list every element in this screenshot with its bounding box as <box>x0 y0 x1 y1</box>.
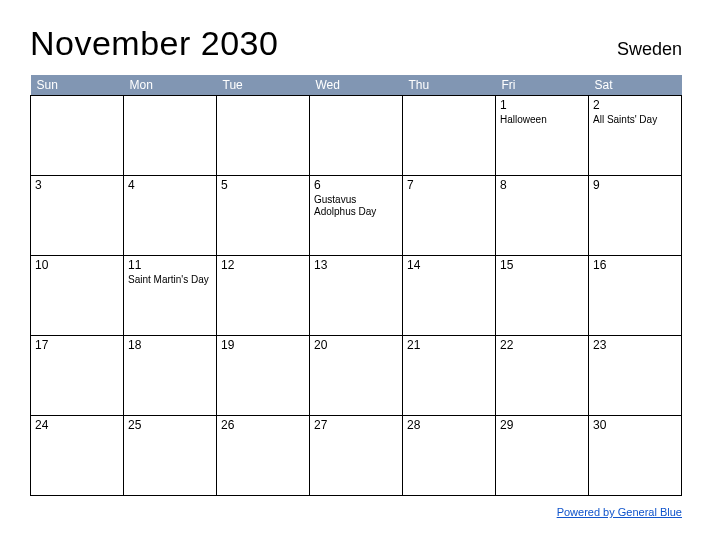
calendar-day-cell: 7 <box>403 176 496 256</box>
powered-by-link[interactable]: Powered by General Blue <box>557 506 682 518</box>
day-number: 8 <box>500 178 584 192</box>
day-number: 9 <box>593 178 677 192</box>
calendar-day-cell: 4 <box>124 176 217 256</box>
calendar-day-cell: 29 <box>496 416 589 496</box>
calendar-day-cell: 17 <box>31 336 124 416</box>
day-number: 6 <box>314 178 398 192</box>
calendar-day-cell: 8 <box>496 176 589 256</box>
day-number: 3 <box>35 178 119 192</box>
day-number: 7 <box>407 178 491 192</box>
calendar-day-cell: 5 <box>217 176 310 256</box>
day-number: 10 <box>35 258 119 272</box>
day-number: 20 <box>314 338 398 352</box>
day-number: 27 <box>314 418 398 432</box>
calendar-day-cell <box>124 96 217 176</box>
day-number: 29 <box>500 418 584 432</box>
calendar-day-cell: 16 <box>589 256 682 336</box>
weekday-header: Fri <box>496 75 589 96</box>
calendar-day-cell: 14 <box>403 256 496 336</box>
day-number: 11 <box>128 258 212 272</box>
calendar-day-cell: 13 <box>310 256 403 336</box>
region-label: Sweden <box>617 39 682 60</box>
calendar-day-cell: 20 <box>310 336 403 416</box>
calendar-day-cell <box>310 96 403 176</box>
day-number: 14 <box>407 258 491 272</box>
calendar-week-row: 1011Saint Martin's Day1213141516 <box>31 256 682 336</box>
event-label: Gustavus Adolphus Day <box>314 194 398 218</box>
day-number: 25 <box>128 418 212 432</box>
day-number: 4 <box>128 178 212 192</box>
event-label: Halloween <box>500 114 584 126</box>
calendar-week-row: 24252627282930 <box>31 416 682 496</box>
calendar-day-cell: 21 <box>403 336 496 416</box>
day-number: 15 <box>500 258 584 272</box>
day-number: 16 <box>593 258 677 272</box>
day-number: 30 <box>593 418 677 432</box>
footer: Powered by General Blue <box>30 502 682 520</box>
day-number: 18 <box>128 338 212 352</box>
calendar-day-cell: 10 <box>31 256 124 336</box>
calendar-day-cell: 9 <box>589 176 682 256</box>
day-number: 19 <box>221 338 305 352</box>
day-number: 28 <box>407 418 491 432</box>
month-year-title: November 2030 <box>30 24 278 63</box>
calendar-day-cell: 6Gustavus Adolphus Day <box>310 176 403 256</box>
day-number: 21 <box>407 338 491 352</box>
calendar-day-cell: 23 <box>589 336 682 416</box>
weekday-header: Sat <box>589 75 682 96</box>
calendar-header: November 2030 Sweden <box>30 24 682 63</box>
calendar-day-cell: 15 <box>496 256 589 336</box>
weekday-header: Sun <box>31 75 124 96</box>
calendar-week-row: 3456Gustavus Adolphus Day789 <box>31 176 682 256</box>
calendar-day-cell: 27 <box>310 416 403 496</box>
day-number: 24 <box>35 418 119 432</box>
calendar-day-cell: 25 <box>124 416 217 496</box>
calendar-week-row: 17181920212223 <box>31 336 682 416</box>
calendar-day-cell: 1Halloween <box>496 96 589 176</box>
calendar-day-cell: 18 <box>124 336 217 416</box>
weekday-header: Wed <box>310 75 403 96</box>
event-label: All Saints' Day <box>593 114 677 126</box>
calendar-grid: Sun Mon Tue Wed Thu Fri Sat 1Halloween2A… <box>30 75 682 496</box>
event-label: Saint Martin's Day <box>128 274 212 286</box>
calendar-day-cell: 19 <box>217 336 310 416</box>
weekday-header: Tue <box>217 75 310 96</box>
weekday-header: Mon <box>124 75 217 96</box>
day-number: 1 <box>500 98 584 112</box>
calendar-body: 1Halloween2All Saints' Day3456Gustavus A… <box>31 96 682 496</box>
calendar-day-cell: 30 <box>589 416 682 496</box>
calendar-day-cell: 28 <box>403 416 496 496</box>
calendar-day-cell: 3 <box>31 176 124 256</box>
calendar-day-cell: 11Saint Martin's Day <box>124 256 217 336</box>
day-number: 17 <box>35 338 119 352</box>
day-number: 26 <box>221 418 305 432</box>
calendar-day-cell: 2All Saints' Day <box>589 96 682 176</box>
calendar-day-cell: 24 <box>31 416 124 496</box>
day-number: 2 <box>593 98 677 112</box>
calendar-day-cell: 12 <box>217 256 310 336</box>
weekday-header-row: Sun Mon Tue Wed Thu Fri Sat <box>31 75 682 96</box>
calendar-day-cell: 26 <box>217 416 310 496</box>
calendar-day-cell <box>217 96 310 176</box>
calendar-week-row: 1Halloween2All Saints' Day <box>31 96 682 176</box>
day-number: 5 <box>221 178 305 192</box>
calendar-day-cell <box>403 96 496 176</box>
calendar-day-cell: 22 <box>496 336 589 416</box>
day-number: 23 <box>593 338 677 352</box>
weekday-header: Thu <box>403 75 496 96</box>
day-number: 22 <box>500 338 584 352</box>
day-number: 13 <box>314 258 398 272</box>
calendar-day-cell <box>31 96 124 176</box>
day-number: 12 <box>221 258 305 272</box>
